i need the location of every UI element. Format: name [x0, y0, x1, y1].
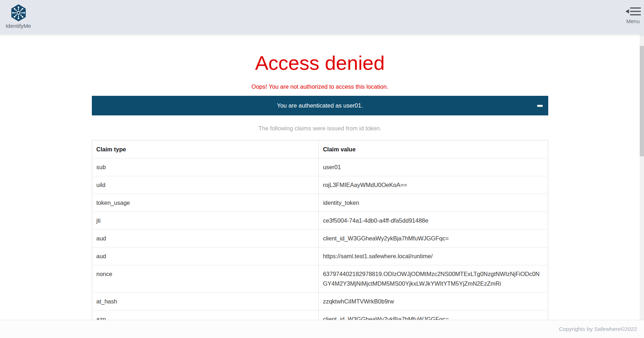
- claim-value-cell: https://saml.test1.safewhere.local/runti…: [319, 248, 548, 265]
- app-footer: Copyrights by Safewhere©2022: [0, 320, 644, 338]
- claim-value-cell: ce3f5004-74a1-4db0-a4ff-dfa5dd91488e: [319, 212, 548, 230]
- claims-table-body: sub user01 uild rojL3FMIEAayWMdU0OeKoA==…: [92, 158, 548, 320]
- snowflake-hexagon-icon: [2, 4, 34, 22]
- table-row: at_hash zzqktwhCiIMTVWrkB0b9rw: [92, 293, 548, 311]
- claim-type-cell: aud: [92, 248, 319, 265]
- menu-label: Menu: [625, 18, 641, 24]
- table-row: jti ce3f5004-74a1-4db0-a4ff-dfa5dd91488e: [92, 212, 548, 230]
- claim-type-cell: uild: [92, 176, 319, 194]
- claim-value-cell: 637974402182978819.ODIzOWJjODMtMzc2NS00M…: [319, 265, 548, 293]
- error-message: Oops! You are not authorized to access t…: [92, 83, 548, 90]
- claim-type-cell: nonce: [92, 265, 319, 293]
- claim-type-cell: sub: [92, 158, 319, 176]
- claim-value-cell: client_id_W3GGheaWy2ykBja7hMfuWJGGFqc=: [319, 311, 548, 320]
- app-header: IdentifyMe Menu: [0, 0, 644, 34]
- table-row: nonce 637974402182978819.ODIzOWJjODMtMzc…: [92, 265, 548, 293]
- claim-type-cell: aud: [92, 230, 319, 248]
- minus-icon[interactable]: [537, 105, 543, 106]
- claims-table: Claim type Claim value sub user01 uild r…: [92, 140, 548, 320]
- claim-value-header: Claim value: [319, 140, 548, 158]
- claim-type-header: Claim type: [92, 140, 319, 158]
- copyright-text: Copyrights by Safewhere©2022: [559, 326, 637, 332]
- page-title: Access denied: [92, 53, 548, 73]
- auth-banner[interactable]: You are authenticated as user01.: [92, 96, 548, 115]
- claim-value-cell: identity_token: [319, 194, 548, 212]
- menu-button[interactable]: Menu: [625, 0, 644, 24]
- claim-type-cell: token_usage: [92, 194, 319, 212]
- main-content: Access denied Oops! You are not authoriz…: [0, 34, 644, 320]
- claim-type-cell: at_hash: [92, 293, 319, 311]
- claim-type-cell: azp: [92, 311, 319, 320]
- claim-value-cell: user01: [319, 158, 548, 176]
- table-row: sub user01: [92, 158, 548, 176]
- vertical-scrollbar[interactable]: [640, 34, 644, 320]
- auth-banner-text: You are authenticated as user01.: [277, 102, 363, 109]
- table-row: aud client_id_W3GGheaWy2ykBja7hMfuWJGGFq…: [92, 230, 548, 248]
- claim-value-cell: client_id_W3GGheaWy2ykBja7hMfuWJGGFqc=: [319, 230, 548, 248]
- claim-value-cell: zzqktwhCiIMTVWrkB0b9rw: [319, 293, 548, 311]
- app-logo[interactable]: IdentifyMe: [0, 0, 34, 29]
- hamburger-with-left-arrow-icon: [625, 7, 641, 16]
- claims-intro: The following claims were issued from id…: [92, 125, 548, 132]
- claim-type-cell: jti: [92, 212, 319, 230]
- scrollbar-thumb[interactable]: [640, 46, 644, 156]
- table-row: aud https://saml.test1.safewhere.local/r…: [92, 248, 548, 265]
- table-header-row: Claim type Claim value: [92, 140, 548, 158]
- table-row: token_usage identity_token: [92, 194, 548, 212]
- app-name: IdentifyMe: [2, 23, 34, 29]
- table-row: azp client_id_W3GGheaWy2ykBja7hMfuWJGGFq…: [92, 311, 548, 320]
- claim-value-cell: rojL3FMIEAayWMdU0OeKoA==: [319, 176, 548, 194]
- table-row: uild rojL3FMIEAayWMdU0OeKoA==: [92, 176, 548, 194]
